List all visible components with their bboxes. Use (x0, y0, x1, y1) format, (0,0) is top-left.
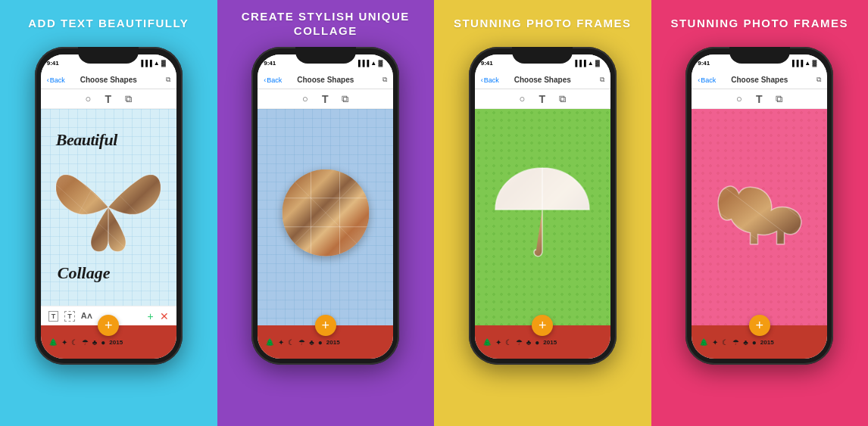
leaf-icon-1: ♣ (92, 338, 98, 347)
tree-icon-4: 🌲 (699, 338, 708, 347)
font-action-icon[interactable]: Aʌ (81, 311, 92, 321)
moon-icon-2: ☾ (288, 338, 295, 347)
phone-notch-3 (512, 47, 573, 64)
copy-tool-icon-1[interactable]: ⧉ (125, 93, 132, 105)
phone-bottom-3: + 🌲 ✦ ☾ ☂ ♣ ● 2015 (475, 325, 610, 359)
add-button-3[interactable]: + (532, 315, 553, 336)
add-button-1[interactable]: + (98, 315, 119, 336)
circle-icon-1: ● (101, 338, 105, 347)
status-icons-4: ▐▐▐ ▲ ▓ (790, 60, 816, 67)
status-time-4: 9:41 (698, 60, 710, 67)
panel-2-title: Create Stylish Unique Collage (222, 8, 430, 39)
bottom-icons-3: 🌲 ✦ ☾ ☂ ♣ ● 2015 (482, 338, 557, 347)
moon-icon-4: ☾ (722, 338, 729, 347)
nav-back-3[interactable]: ‹ Back (481, 76, 499, 84)
plus-action-icon[interactable]: + (148, 310, 154, 322)
text-tool-icon-4[interactable]: T (756, 93, 763, 105)
copy-icon-2[interactable]: ⧉ (382, 76, 387, 84)
copy-icon-4[interactable]: ⧉ (816, 76, 821, 84)
star-icon-2: ✦ (278, 338, 284, 347)
add-button-4[interactable]: + (749, 315, 770, 336)
text-beautiful: Beautiful (56, 130, 117, 150)
nav-bar-2: ‹ Back Choose Shapes ⧉ (258, 71, 393, 89)
text-action-icon[interactable]: T (48, 311, 59, 322)
tree-icon-2: 🌲 (265, 338, 274, 347)
phone-3: 9:41 ▐▐▐ ▲ ▓ ‹ Back Choose Shapes ⧉ ○ T … (469, 47, 617, 365)
umbrella-icon-3: ☂ (516, 338, 523, 347)
add-button-2[interactable]: + (315, 315, 336, 336)
text-tool-icon-2[interactable]: T (322, 93, 329, 105)
text-tool-icon-1[interactable]: T (105, 93, 111, 105)
chevron-icon-3: ‹ (481, 76, 483, 84)
chevron-icon-2: ‹ (264, 76, 266, 84)
nav-back-2[interactable]: ‹ Back (264, 76, 282, 84)
status-time-3: 9:41 (481, 60, 493, 67)
svg-rect-15 (489, 160, 595, 266)
tree-icon-1: 🌲 (48, 338, 58, 347)
status-time-1: 9:41 (47, 60, 59, 67)
tool-bar-2: ○ T ⧉ (258, 89, 393, 109)
text-tool-icon-3[interactable]: T (539, 93, 545, 105)
bottom-icons-4: 🌲 ✦ ☾ ☂ ♣ ● 2015 (699, 338, 773, 347)
panel-2: Create Stylish Unique Collage 9:41 ▐▐▐ ▲… (217, 0, 435, 426)
shape-tool-icon-4[interactable]: ○ (736, 93, 742, 104)
dog-container (704, 173, 814, 259)
screen-content-1: Beautiful (41, 109, 176, 306)
umbrella-icon-2: ☂ (298, 338, 305, 347)
circle-icon-2: ● (318, 338, 323, 347)
status-icons-3: ▐▐▐ ▲ ▓ (573, 60, 600, 67)
phone-2: 9:41 ▐▐▐ ▲ ▓ ‹ Back Choose Shapes ⧉ ○ T … (251, 47, 399, 365)
butterfly-svg (55, 158, 161, 257)
nav-bar-4: ‹ Back Choose Shapes ⧉ (692, 71, 827, 89)
nav-back-label-2: Back (267, 76, 282, 84)
phone-bottom-4: + 🌲 ✦ ☾ ☂ ♣ ● 2015 (692, 325, 827, 359)
year-label-2: 2015 (326, 339, 340, 346)
umbrella-icon-4: ☂ (732, 338, 739, 347)
leaf-icon-2: ♣ (309, 338, 314, 347)
phone-notch-1 (78, 47, 139, 64)
nav-title-4: Choose Shapes (731, 76, 788, 84)
panel-1: Add Text Beautifully 9:41 ▐▐▐ ▲ ▓ ‹ Back… (0, 0, 217, 426)
umbrella-white-svg (489, 160, 595, 266)
copy-tool-icon-4[interactable]: ⧉ (776, 93, 782, 105)
phone-screen-4: 9:41 ▐▐▐ ▲ ▓ ‹ Back Choose Shapes ⧉ ○ T … (692, 54, 827, 359)
dog-svg (704, 173, 814, 256)
screen-content-3 (475, 109, 610, 325)
resize-action-icon[interactable]: T (64, 311, 75, 322)
panel-4: Stunning Photo Frames 9:41 ▐▐▐ ▲ ▓ ‹ Bac… (651, 0, 869, 426)
phone-screen-2: 9:41 ▐▐▐ ▲ ▓ ‹ Back Choose Shapes ⧉ ○ T … (258, 54, 393, 359)
nav-bar-1: ‹ Back Choose Shapes ⧉ (41, 71, 176, 89)
nav-back-1[interactable]: ‹ Back (47, 76, 65, 84)
copy-tool-icon-3[interactable]: ⧉ (559, 93, 566, 105)
panel-3: Stunning Photo Frames 9:41 ▐▐▐ ▲ ▓ ‹ Bac… (434, 0, 651, 426)
circle-grid-svg (282, 169, 369, 257)
chevron-icon-1: ‹ (47, 76, 49, 84)
shape-tool-icon-3[interactable]: ○ (520, 93, 526, 104)
star-icon-4: ✦ (712, 338, 718, 347)
tree-icon-3: 🌲 (482, 338, 492, 347)
nav-back-label-1: Back (50, 76, 65, 84)
phone-4: 9:41 ▐▐▐ ▲ ▓ ‹ Back Choose Shapes ⧉ ○ T … (685, 47, 833, 365)
screen-content-2 (258, 109, 393, 325)
circle-collage (282, 169, 369, 257)
panel-4-title: Stunning Photo Frames (670, 8, 848, 39)
year-label-3: 2015 (543, 339, 557, 346)
moon-icon-3: ☾ (505, 338, 512, 347)
year-label-4: 2015 (760, 339, 774, 346)
chevron-icon-4: ‹ (698, 76, 700, 84)
copy-tool-icon-2[interactable]: ⧉ (342, 93, 348, 105)
shape-tool-icon-1[interactable]: ○ (86, 93, 92, 104)
copy-icon-1[interactable]: ⧉ (166, 76, 170, 84)
circle-icon-3: ● (535, 338, 539, 347)
delete-action-icon[interactable]: ✕ (160, 310, 169, 322)
phone-screen-3: 9:41 ▐▐▐ ▲ ▓ ‹ Back Choose Shapes ⧉ ○ T … (475, 54, 610, 359)
star-icon-3: ✦ (495, 338, 501, 347)
shape-tool-icon-2[interactable]: ○ (302, 93, 308, 104)
copy-icon-3[interactable]: ⧉ (600, 76, 604, 84)
nav-back-4[interactable]: ‹ Back (698, 76, 716, 84)
status-icons-1: ▐▐▐ ▲ ▓ (139, 60, 166, 67)
tool-bar-4: ○ T ⧉ (692, 89, 827, 109)
phone-1: 9:41 ▐▐▐ ▲ ▓ ‹ Back Choose Shapes ⧉ ○ T … (35, 47, 183, 365)
nav-bar-3: ‹ Back Choose Shapes ⧉ (475, 71, 610, 89)
bottom-icons-2: 🌲 ✦ ☾ ☂ ♣ ● 2015 (265, 338, 339, 347)
